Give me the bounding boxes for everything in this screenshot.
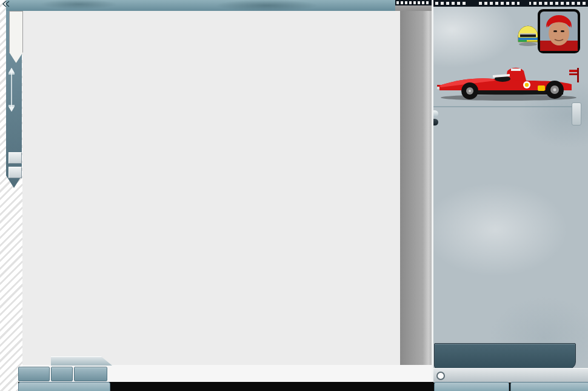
film-strip-icon (433, 0, 588, 7)
tab-infobox[interactable] (510, 382, 588, 391)
lap-timeline-bar[interactable] (6, 0, 432, 12)
pits-column-tab[interactable] (572, 102, 581, 125)
zoom-out-button[interactable] (74, 367, 107, 381)
car-glyph-top-icon (13, 70, 20, 81)
car-image (435, 62, 584, 104)
help-button-2[interactable] (8, 167, 22, 178)
panel-divider (433, 106, 579, 107)
gap-chart-canvas[interactable] (22, 11, 432, 365)
legend-tab[interactable] (9, 11, 23, 63)
tyre-indicator-icon[interactable] (436, 372, 445, 380)
tab-starting-grid[interactable] (18, 382, 110, 391)
zoom-reset-button[interactable] (51, 367, 73, 381)
helmet-icon (516, 21, 540, 47)
help-button[interactable] (8, 152, 22, 164)
panel-separator (432, 0, 433, 382)
car-glyph-bottom-icon (13, 102, 20, 113)
legend-tab-label (12, 13, 21, 56)
collapse-icon[interactable] (2, 1, 10, 7)
race-gap-chart[interactable] (22, 11, 432, 365)
tab-chart[interactable] (434, 382, 509, 391)
comment-box[interactable] (434, 343, 576, 369)
race-analysis-app (0, 0, 588, 391)
driver-photo (538, 9, 580, 53)
zoom-in-button[interactable] (18, 367, 50, 381)
film-strip-icon (395, 0, 432, 11)
tyre-status-bar (433, 368, 588, 383)
